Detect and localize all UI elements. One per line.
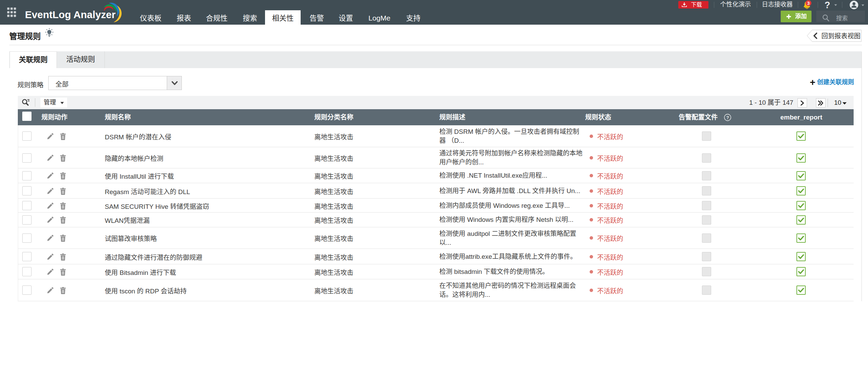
svg-text:?: ? bbox=[726, 115, 729, 120]
svg-text:回到报表视图: 回到报表视图 bbox=[821, 33, 860, 40]
svg-text:3: 3 bbox=[807, 1, 810, 6]
